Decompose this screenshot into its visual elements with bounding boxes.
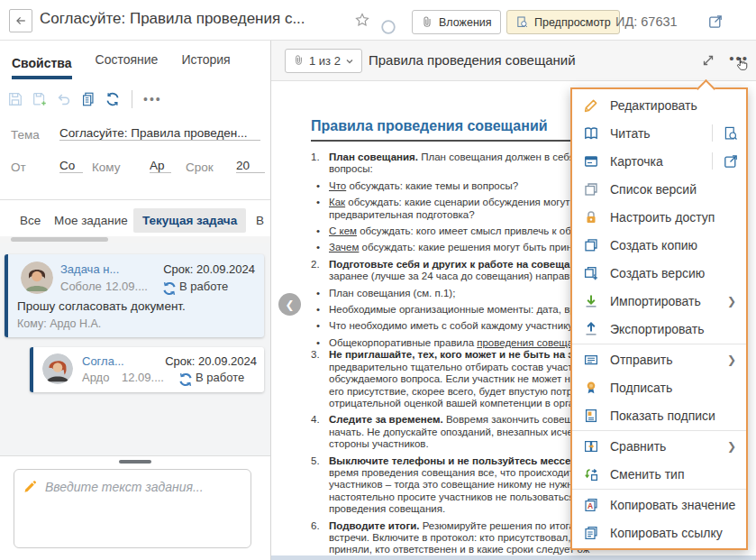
copy-link-icon [583,525,599,541]
menu-item-label: Импортировать [610,294,701,308]
menu-item-label: Создать версию [610,266,705,280]
menu-item-read[interactable]: Читать [572,119,746,147]
menu-item-label: Копировать значение [610,498,735,512]
task-tab-truncated[interactable]: В [256,214,264,227]
in-progress-icon [178,372,194,388]
preview-toggle-button[interactable]: Предпросмотр [506,10,620,34]
theme-field[interactable]: Согласуйте: Правила проведен... [59,126,260,141]
menu-item-export[interactable]: Экспортировать [572,315,746,343]
undo-icon[interactable] [56,91,72,107]
scrollbar-thumb[interactable] [11,237,108,242]
task-card-main[interactable]: Задача н... Срок: 20.09.2024 Соболе 12.0… [5,254,264,337]
menu-side-divider [712,124,713,142]
lock-icon [583,209,599,225]
paperclip-icon [293,54,305,68]
book-icon [583,125,599,142]
task-filter-tabs: Все Мое задание Текущая задача В [0,206,270,236]
preview-side-icon[interactable] [723,125,739,142]
open-in-new-icon[interactable] [707,14,724,30]
menu-item-import[interactable]: Импортировать❯ [572,287,746,315]
document-id: ИД: 67631 [615,14,678,29]
menu-item-copy-link[interactable]: Копировать ссылку [572,519,746,546]
avatar [21,262,53,294]
back-button[interactable] [9,9,32,32]
task-due-date: Срок: 20.09.2024 [163,262,255,276]
from-field[interactable]: Со [59,159,83,173]
menu-separator [572,489,746,490]
sign-icon [583,380,599,396]
pager-value: 1 из 2 [309,54,341,68]
menu-item-label: Читать [610,126,651,141]
submenu-chevron-icon: ❯ [727,295,736,308]
open-in-new-side-icon[interactable] [723,153,739,170]
avatar [42,353,73,384]
task-compose-area: Введите текст задания... [0,455,270,560]
task-title-link[interactable]: Согла... [82,354,124,368]
menu-item-create-copy[interactable]: Создать копию [572,231,746,259]
copy-plus-icon [583,265,599,281]
due-label: Срок [186,161,214,174]
menu-item-label: Копировать ссылку [610,526,723,540]
refresh-icon[interactable] [105,91,121,107]
preview-doc-icon [515,15,529,30]
to-field[interactable]: Ар [150,159,171,173]
menu-item-send[interactable]: Отправить❯ [572,345,746,373]
save-add-icon[interactable] [32,91,48,107]
page-break [271,555,756,560]
menu-item-sign[interactable]: Подписать [572,373,746,401]
task-author: Соболе [60,280,102,293]
task-due-date: Срок: 20.09.2024 [165,354,257,368]
paperclip-icon [421,15,433,29]
page-title: Согласуйте: Правила проведения с... [40,10,305,28]
more-actions-icon[interactable]: ••• [143,95,162,104]
copy-icon[interactable] [80,91,96,107]
card-icon [583,153,599,170]
menu-item-label: Экспортировать [610,322,704,336]
expand-icon[interactable] [700,52,716,69]
save-icon[interactable] [7,91,23,107]
attachment-pager-button[interactable]: 1 из 2 [285,49,362,73]
task-list: Задача н... Срок: 20.09.2024 Соболе 12.0… [0,243,270,455]
tab-state[interactable]: Состояние [96,52,159,79]
prev-page-button[interactable]: ❮ [278,293,301,316]
task-status: В работе [179,280,228,293]
pencil-icon [583,97,599,114]
menu-item-create-version[interactable]: Создать версию [572,259,746,287]
versions-icon [583,181,599,197]
menu-separator [572,344,746,344]
menu-item-copy-value[interactable]: AКопировать значение [572,491,746,519]
task-addressee: Кому: Ардо Н.А. [17,317,101,330]
tab-history[interactable]: История [181,52,230,79]
menu-item-access[interactable]: Настроить доступ [572,203,746,231]
import-icon [583,293,599,309]
tab-properties[interactable]: Свойства [12,56,72,79]
copy-icon [583,237,599,253]
card-toolbar: ••• [0,86,270,113]
preview-header: 1 из 2 Правила проведения совещаний ••• [271,41,756,81]
properties-panel: Свойства Состояние История ••• Тема Согл… [0,41,271,560]
task-title-link[interactable]: Задача н... [60,262,119,276]
task-tab-all[interactable]: Все [20,214,41,227]
task-card-sub[interactable]: Согла... Срок: 20.09.2024 Ардо 12.09....… [30,347,264,392]
attachments-button[interactable]: Вложения [412,10,501,34]
export-icon [583,321,599,337]
submenu-chevron-icon: ❯ [727,353,736,366]
horizontal-scrollbar[interactable] [0,236,270,243]
task-text-input[interactable]: Введите текст задания... [14,469,251,548]
top-bar: Согласуйте: Правила проведения с... Влож… [0,0,756,41]
menu-item-edit[interactable]: Редактировать [572,91,746,119]
favorite-star-icon[interactable] [354,12,370,28]
due-field[interactable]: 20 [236,159,265,173]
section-divider [0,199,270,200]
resize-handle[interactable] [119,460,151,464]
menu-item-show-signatures[interactable]: Показать подписи [572,401,746,429]
menu-item-compare[interactable]: Сравнить❯ [572,432,746,460]
task-tab-current[interactable]: Текущая задача [133,208,246,233]
in-progress-icon [161,280,178,297]
menu-item-change-type[interactable]: Сменить тип [572,460,746,488]
chevron-down-icon [345,57,354,66]
task-tab-my[interactable]: Мое задание [54,214,128,227]
menu-item-version-list[interactable]: Список версий [572,175,746,203]
document-menu-button[interactable]: ••• [729,50,749,66]
menu-item-card[interactable]: Карточка [572,147,746,175]
